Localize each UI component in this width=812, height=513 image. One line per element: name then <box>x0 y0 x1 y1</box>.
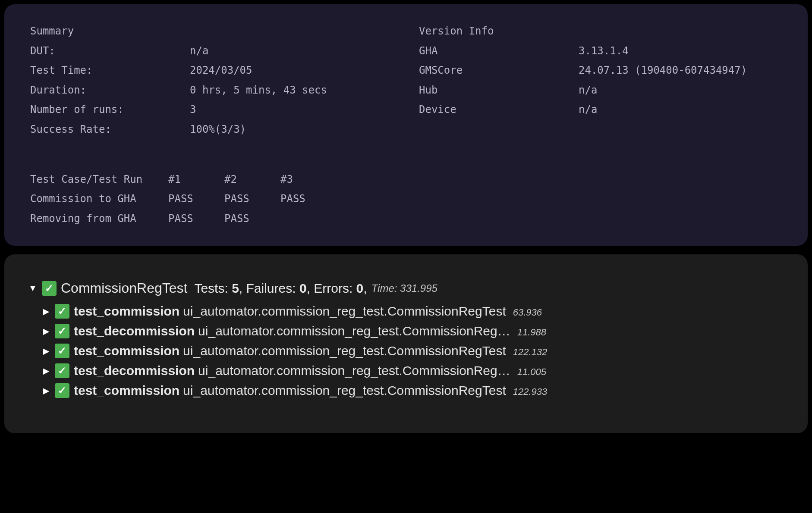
test-name: test_decommission <box>74 363 195 378</box>
version-row: GMSCore 24.07.13 (190400-607434947) <box>419 61 782 81</box>
test-name: test_commission <box>74 383 179 398</box>
test-row[interactable]: ▶ ✓ test_decommission ui_automator.commi… <box>41 363 784 378</box>
expand-icon[interactable]: ▶ <box>41 346 50 356</box>
test-class: ui_automator.commission_reg_test.Commiss… <box>183 344 506 358</box>
version-row: Device n/a <box>419 100 782 120</box>
test-row[interactable]: ▶ ✓ test_commission ui_automator.commiss… <box>41 304 784 319</box>
tests-label: Tests: <box>194 281 228 295</box>
runs-cell: PASS <box>168 209 224 229</box>
version-column: Version Info GHA 3.13.1.4 GMSCore 24.07.… <box>419 22 782 140</box>
version-row: Hub n/a <box>419 81 782 100</box>
check-icon: ✓ <box>55 304 69 319</box>
version-label: GMSCore <box>419 61 579 81</box>
errors-count: 0 <box>356 281 364 295</box>
collapse-icon[interactable]: ▼ <box>28 283 38 293</box>
version-value: 3.13.1.4 <box>579 41 782 61</box>
check-icon: ✓ <box>42 281 57 296</box>
summary-value: 100%(3/3) <box>190 120 393 140</box>
failures-count: 0 <box>299 281 307 295</box>
summary-label: DUT: <box>30 41 190 61</box>
test-name: test_decommission <box>74 324 195 338</box>
summary-row: Success Rate: 100%(3/3) <box>30 120 393 140</box>
summary-row: Test Time: 2024/03/05 <box>30 61 393 81</box>
test-class: ui_automator.commission_reg_test.Commiss… <box>183 383 506 398</box>
runs-row-name: Removing from GHA <box>30 209 168 229</box>
summary-row: Duration: 0 hrs, 5 mins, 43 secs <box>30 81 393 100</box>
test-class: ui_automator.commission_reg_test.Commiss… <box>183 304 506 319</box>
test-class: ui_automator.commission_reg_test.Commiss… <box>198 363 510 378</box>
runs-cell: PASS <box>224 209 280 229</box>
version-row: GHA 3.13.1.4 <box>419 41 782 61</box>
test-row[interactable]: ▶ ✓ test_commission ui_automator.commiss… <box>41 344 784 358</box>
runs-row-name: Commission to GHA <box>30 189 168 209</box>
runs-header-name: Test Case/Test Run <box>30 170 168 190</box>
results-panel: ▼ ✓ CommissionRegTest Tests: 5, Failures… <box>4 254 808 433</box>
summary-label: Number of runs: <box>30 100 190 120</box>
check-icon: ✓ <box>55 344 69 358</box>
summary-label: Success Rate: <box>30 120 190 140</box>
errors-label: Errors: <box>314 281 352 295</box>
runs-table: Test Case/Test Run #1 #2 #3 Commission t… <box>30 170 782 229</box>
summary-label: Test Time: <box>30 61 190 81</box>
expand-icon[interactable]: ▶ <box>41 326 50 336</box>
runs-cell <box>280 209 337 229</box>
runs-header-col: #2 <box>224 170 280 190</box>
test-time: 11.005 <box>517 366 546 378</box>
suite-row[interactable]: ▼ ✓ CommissionRegTest Tests: 5, Failures… <box>28 280 784 296</box>
runs-row: Commission to GHA PASS PASS PASS <box>30 189 782 209</box>
expand-icon[interactable]: ▶ <box>41 366 50 376</box>
check-icon: ✓ <box>55 363 69 378</box>
version-heading: Version Info <box>419 22 782 41</box>
check-icon: ✓ <box>55 324 69 338</box>
test-name: test_commission <box>74 304 179 319</box>
suite-time: Time: 331.995 <box>371 282 437 294</box>
version-label: Device <box>419 100 579 120</box>
summary-column: Summary DUT: n/a Test Time: 2024/03/05 D… <box>30 22 393 140</box>
test-time: 122.933 <box>513 386 548 397</box>
runs-header-col: #1 <box>168 170 224 190</box>
suite-stats: Tests: 5, Failures: 0, Errors: 0, <box>194 281 367 296</box>
runs-cell: PASS <box>280 189 337 209</box>
check-icon: ✓ <box>55 383 69 398</box>
failures-label: Failures: <box>246 281 296 295</box>
summary-value: 2024/03/05 <box>190 61 393 81</box>
test-row[interactable]: ▶ ✓ test_commission ui_automator.commiss… <box>41 383 784 398</box>
tests-count: 5 <box>232 281 239 295</box>
summary-value: n/a <box>190 41 393 61</box>
test-class: ui_automator.commission_reg_test.Commiss… <box>198 324 510 338</box>
runs-cell: PASS <box>224 189 280 209</box>
runs-cell: PASS <box>168 189 224 209</box>
summary-label: Duration: <box>30 81 190 100</box>
expand-icon[interactable]: ▶ <box>41 306 50 316</box>
test-time: 122.132 <box>513 347 548 358</box>
version-label: Hub <box>419 81 579 100</box>
summary-row: Number of runs: 3 <box>30 100 393 120</box>
summary-value: 3 <box>190 100 393 120</box>
test-time: 11.988 <box>517 327 546 338</box>
suite-name: CommissionRegTest <box>61 280 187 296</box>
version-value: n/a <box>579 81 782 100</box>
runs-row: Removing from GHA PASS PASS <box>30 209 782 229</box>
test-row[interactable]: ▶ ✓ test_decommission ui_automator.commi… <box>41 324 784 338</box>
test-time: 63.936 <box>513 307 542 318</box>
summary-panel: Summary DUT: n/a Test Time: 2024/03/05 D… <box>4 4 808 246</box>
test-name: test_commission <box>74 344 179 358</box>
version-value: 24.07.13 (190400-607434947) <box>579 61 782 81</box>
version-label: GHA <box>419 41 579 61</box>
runs-header: Test Case/Test Run #1 #2 #3 <box>30 170 782 190</box>
summary-value: 0 hrs, 5 mins, 43 secs <box>190 81 393 100</box>
expand-icon[interactable]: ▶ <box>41 385 50 396</box>
version-value: n/a <box>579 100 782 120</box>
summary-heading: Summary <box>30 22 393 41</box>
runs-header-col: #3 <box>280 170 337 190</box>
summary-row: DUT: n/a <box>30 41 393 61</box>
